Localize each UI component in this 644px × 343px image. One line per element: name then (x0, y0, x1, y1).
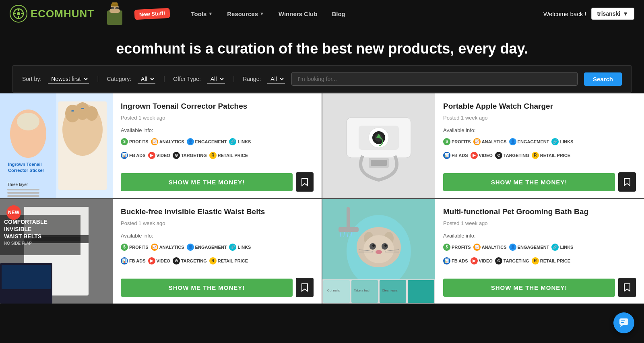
badges-row-2: 📊 FB ADS ▶ VIDEO ⊙ TARGETING R RETAIL PR… (443, 152, 636, 159)
product-info: Portable Apple Watch Charger Posted 1 we… (435, 93, 644, 198)
badge-links: 🔗 LINKS (229, 138, 251, 145)
svg-text:WAIST BELTS: WAIST BELTS (4, 233, 41, 240)
badge-profits: $ PROFITS (443, 244, 471, 251)
badge-analytics: 📈 ANALYTICS (151, 138, 184, 145)
card-actions: SHOW ME THE MONEY! (443, 172, 636, 192)
nav-tools[interactable]: Tools▼ (185, 7, 219, 21)
badge-icon: 🔗 (551, 138, 559, 145)
badge-targeting: ⊙ TARGETING (173, 152, 207, 159)
show-money-button[interactable]: SHOW ME THE MONEY! (121, 173, 293, 191)
product-card: Cut nails Take a bath Clean ears Multi-f… (322, 199, 644, 304)
svg-text:Corrector Sticker: Corrector Sticker (8, 168, 45, 173)
new-stuff-badge[interactable]: New Stuff! (134, 8, 170, 20)
svg-point-62 (384, 244, 387, 247)
show-money-button[interactable]: SHOW ME THE MONEY! (443, 279, 615, 297)
product-image: NEW COMFORTABLE INVISIBLE WAIST BELTS NO… (0, 199, 113, 304)
available-info-label: Available info: (443, 127, 636, 133)
welcome-text: Welcome back ! (543, 10, 586, 17)
svg-rect-39 (371, 160, 387, 166)
badge-icon: 📈 (473, 138, 481, 145)
svg-text:COMFORTABLE: COMFORTABLE (4, 219, 47, 225)
badge-retail price: R RETAIL PRICE (532, 257, 570, 264)
product-info: Buckle-free Invisible Elastic Waist Belt… (113, 199, 322, 304)
product-posted: Posted 1 week ago (443, 220, 636, 226)
bookmark-button[interactable] (618, 172, 636, 192)
nav-resources[interactable]: Resources▼ (221, 7, 270, 21)
badge-fb ads: 📊 FB ADS (443, 257, 468, 264)
badge-analytics: 📈 ANALYTICS (151, 244, 184, 251)
svg-point-63 (376, 250, 382, 254)
nav-winners-club[interactable]: Winners Club (272, 7, 324, 21)
badge-targeting: ⊙ TARGETING (173, 257, 207, 264)
badge-retail price: R RETAIL PRICE (532, 152, 570, 159)
svg-rect-30 (71, 110, 74, 112)
product-image: Cut nails Take a bath Clean ears (322, 199, 435, 304)
svg-rect-13 (112, 8, 114, 9)
svg-text:Ingrown Toenail: Ingrown Toenail (8, 162, 42, 167)
badges-row-2: 📊 FB ADS ▶ VIDEO ⊙ TARGETING R RETAIL PR… (121, 152, 314, 159)
sort-label: Sort by: (22, 76, 41, 82)
badge-icon: 📈 (473, 244, 481, 251)
badge-icon: 📊 (443, 152, 450, 159)
category-select[interactable]: All (138, 74, 155, 84)
card-actions: SHOW ME THE MONEY! (121, 172, 314, 192)
logo-icon (10, 5, 27, 23)
badge-icon: R (209, 257, 217, 264)
badge-profits: $ PROFITS (443, 138, 471, 145)
badge-icon: R (209, 152, 217, 159)
category-label: Category: (107, 76, 131, 82)
nav-blog[interactable]: Blog (325, 7, 351, 21)
card-actions: SHOW ME THE MONEY! (121, 278, 314, 297)
navbar: ECOMHUNT New Stuff! Tools▼ Resources▼ Wi… (0, 0, 644, 27)
svg-rect-31 (81, 108, 84, 109)
badge-icon: 📊 (443, 257, 450, 264)
bookmark-button[interactable] (618, 278, 636, 297)
search-button[interactable]: Search (584, 72, 622, 86)
badges-row-1: $ PROFITS 📈 ANALYTICS 👤 ENGAGEMENT 🔗 LIN… (121, 138, 314, 145)
svg-point-58 (363, 235, 394, 263)
mascot (104, 1, 126, 27)
search-input[interactable] (291, 72, 578, 86)
svg-point-18 (17, 113, 39, 130)
badge-icon: 📈 (151, 244, 158, 251)
show-money-button[interactable]: SHOW ME THE MONEY! (443, 173, 615, 191)
hero-section: ecomhunt is a curation of the best new p… (0, 27, 644, 65)
badge-icon: ▶ (471, 257, 478, 264)
available-info-label: Available info: (443, 233, 636, 239)
badge-targeting: ⊙ TARGETING (495, 257, 529, 264)
svg-point-1 (17, 12, 20, 15)
badge-video: ▶ VIDEO (148, 152, 170, 159)
badge-video: ▶ VIDEO (471, 257, 493, 264)
new-badge: NEW (6, 205, 21, 220)
range-select[interactable]: All (267, 74, 285, 84)
nav-links: Tools▼ Resources▼ Winners Club Blog (185, 7, 537, 21)
bookmark-button[interactable] (296, 278, 314, 297)
badge-video: ▶ VIDEO (471, 152, 493, 159)
badge-links: 🔗 LINKS (229, 244, 251, 251)
badge-icon: 📊 (121, 152, 128, 159)
product-title: Ingrown Toenail Corrector Patches (121, 101, 314, 112)
badge-analytics: 📈 ANALYTICS (473, 244, 507, 251)
badge-retail price: R RETAIL PRICE (209, 257, 248, 264)
offer-label: Offer Type: (173, 76, 201, 82)
badge-icon: 🔗 (229, 244, 236, 251)
badge-icon: ▶ (148, 257, 155, 264)
product-title: Portable Apple Watch Charger (443, 101, 636, 112)
svg-point-29 (86, 106, 98, 121)
offer-select[interactable]: All (207, 74, 225, 84)
badge-engagement: 👤 ENGAGEMENT (187, 244, 227, 251)
svg-point-61 (372, 244, 375, 247)
badge-icon: 🔗 (551, 244, 559, 251)
svg-rect-52 (2, 265, 51, 289)
bookmark-button[interactable] (296, 172, 314, 192)
product-card: NEW COMFORTABLE INVISIBLE WAIST BELTS NO… (0, 199, 322, 304)
svg-text:Cut nails: Cut nails (327, 289, 340, 292)
badges-row-1: $ PROFITS 📈 ANALYTICS 👤 ENGAGEMENT 🔗 LIN… (443, 244, 636, 251)
badges-row-1: $ PROFITS 📈 ANALYTICS 👤 ENGAGEMENT 🔗 LIN… (443, 138, 636, 145)
products-grid: Ingrown Toenail Corrector Sticker Three-… (0, 93, 644, 304)
user-menu-button[interactable]: trisanski ▼ (591, 8, 634, 20)
logo-area[interactable]: ECOMHUNT (10, 5, 94, 23)
sort-select[interactable]: Newest first (48, 74, 89, 84)
available-info-label: Available info: (121, 127, 314, 133)
show-money-button[interactable]: SHOW ME THE MONEY! (121, 279, 293, 297)
